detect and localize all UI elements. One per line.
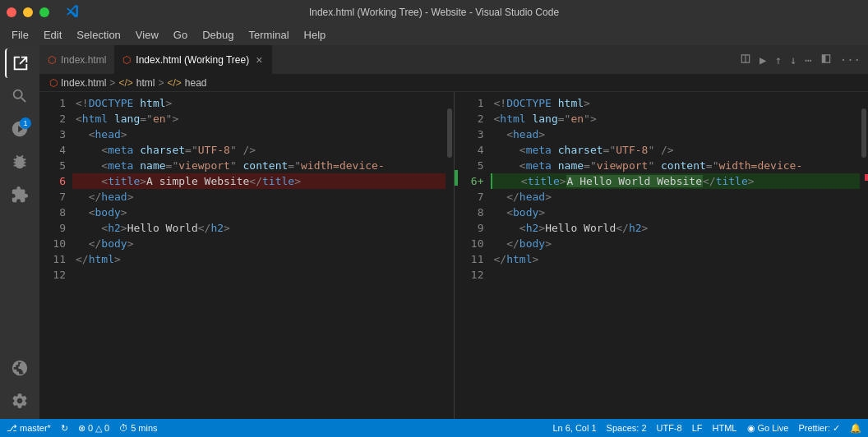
code-line-l11: </html> (72, 251, 446, 267)
menu-bar: File Edit Selection View Go Debug Termin… (0, 25, 868, 45)
activity-search[interactable] (5, 81, 35, 111)
code-line-r6: <title>A Hello World Website</title> (491, 173, 861, 189)
overflow-button[interactable]: ··· (838, 51, 863, 69)
maximize-button[interactable] (39, 7, 49, 17)
left-scrollbar-thumb (447, 108, 452, 158)
code-line-r3: <head> (491, 126, 861, 142)
more-actions-button[interactable]: ⋯ (802, 51, 814, 69)
status-language[interactable]: HTML (713, 423, 737, 434)
line-num-11: 11 (39, 251, 66, 267)
breadcrumb-file[interactable]: ⬡ Index.html (49, 77, 106, 89)
right-editor-pane[interactable]: 1 2 3 4 5 6+ 7 8 9 10 11 12 <!DOCTYPE ht… (454, 92, 869, 419)
tab-close-button[interactable]: × (254, 53, 264, 67)
navigate-down-button[interactable]: ↓ (787, 51, 799, 69)
activity-extensions[interactable] (5, 180, 35, 209)
tab-index-html[interactable]: ⬡ Index.html (39, 45, 114, 74)
html-file-icon: ⬡ (48, 54, 56, 66)
menu-help[interactable]: Help (298, 27, 333, 43)
code-line-l10: </body> (72, 236, 446, 251)
code-line-l9: <h2>Hello World</h2> (72, 220, 446, 236)
code-line-l4: <meta charset="UTF-8" /> (72, 142, 446, 158)
menu-selection[interactable]: Selection (70, 27, 127, 43)
status-eol[interactable]: LF (692, 423, 703, 434)
golive-icon: ◉ (747, 423, 755, 434)
line-num-2: 2 (39, 111, 66, 126)
close-button[interactable] (7, 7, 16, 17)
activity-explorer[interactable] (5, 48, 35, 78)
code-line-r7: </head> (491, 189, 861, 205)
status-golive[interactable]: ◉ Go Live (747, 423, 789, 434)
code-line-r9: <h2>Hello World</h2> (491, 220, 861, 236)
menu-terminal[interactable]: Terminal (242, 27, 295, 43)
code-line-l6: <title>A simple Website</title> (72, 173, 446, 189)
breadcrumb-element-icon-1: </> (118, 77, 132, 89)
right-scrollbar[interactable] (860, 92, 868, 419)
sync-icon: ↻ (61, 423, 68, 434)
right-line-num-6: 6+ (458, 173, 484, 189)
status-bar: ⎇ master* ↻ ⊗ 0 △ 0 ⏱ 5 mins Ln 6, Col 1… (0, 419, 868, 437)
navigate-up-button[interactable]: ↑ (772, 51, 783, 69)
breadcrumb-element-icon-2: </> (167, 77, 181, 89)
status-sync[interactable]: ↻ (61, 423, 68, 434)
code-line-l2: <html lang="en"> (72, 111, 446, 126)
code-line-r10: </body> (491, 236, 861, 251)
menu-file[interactable]: File (5, 27, 35, 43)
code-line-r11: </html> (491, 251, 861, 267)
encoding-text: UTF-8 (657, 423, 682, 433)
breadcrumb-head[interactable]: </> head (167, 77, 206, 89)
split-right-button[interactable] (818, 50, 834, 69)
split-editor-button[interactable] (737, 50, 754, 69)
menu-debug[interactable]: Debug (196, 27, 240, 43)
error-icon: ⊗ (78, 423, 85, 434)
right-line-num-4: 4 (458, 142, 484, 158)
code-line-l3: <head> (72, 126, 446, 142)
left-editor-pane[interactable]: 1 2 3 4 5 6 7 8 9 10 11 12 <!DOCTYPE htm… (39, 92, 454, 419)
tab-working-tree-label: Index.html (Working Tree) (136, 54, 249, 66)
line-num-9: 9 (39, 220, 66, 236)
menu-edit[interactable]: Edit (37, 27, 68, 43)
breadcrumb-html-icon: ⬡ (49, 77, 58, 89)
activity-settings[interactable] (5, 386, 35, 416)
status-branch[interactable]: ⎇ master* (7, 423, 51, 434)
golive-text: Go Live (758, 423, 789, 433)
status-position[interactable]: Ln 6, Col 1 (552, 423, 596, 434)
open-changes-button[interactable]: ▶ (757, 51, 769, 69)
status-notifications[interactable]: 🔔 (850, 423, 861, 434)
line-num-7: 7 (39, 189, 66, 205)
right-line-num-8: 8 (458, 205, 484, 220)
line-num-5: 5 (39, 158, 66, 173)
activity-debug[interactable] (5, 147, 35, 177)
warning-icon: △ (95, 423, 102, 434)
status-prettier[interactable]: Prettier: ✓ (798, 423, 840, 434)
right-scrollbar-thumb (861, 108, 866, 158)
bell-icon: 🔔 (850, 423, 861, 434)
status-spaces[interactable]: Spaces: 2 (607, 423, 647, 434)
activity-source-control[interactable]: 1 (5, 114, 35, 144)
line-num-1: 1 (39, 95, 66, 111)
status-errors[interactable]: ⊗ 0 △ 0 (78, 423, 109, 434)
editor-panes: 1 2 3 4 5 6 7 8 9 10 11 12 <!DOCTYPE htm… (39, 92, 868, 419)
editor-area: ⬡ Index.html ⬡ Index.html (Working Tree)… (39, 45, 868, 419)
status-time[interactable]: ⏱ 5 mins (119, 423, 157, 433)
minimize-button[interactable] (23, 7, 33, 17)
right-line-num-10: 10 (458, 236, 484, 251)
line-num-3: 3 (39, 126, 66, 142)
left-code-content[interactable]: <!DOCTYPE html> <html lang="en"> <head> … (72, 92, 446, 419)
tab-actions: ▶ ↑ ↓ ⋯ ··· (737, 50, 863, 69)
right-line-num-11: 11 (458, 251, 484, 267)
breadcrumb-head-label: head (185, 77, 207, 89)
left-scrollbar[interactable] (446, 92, 454, 419)
left-line-numbers: 1 2 3 4 5 6 7 8 9 10 11 12 (39, 92, 72, 419)
line-num-10: 10 (39, 236, 66, 251)
activity-remote[interactable] (5, 353, 35, 383)
breadcrumb-html[interactable]: </> html (118, 77, 155, 89)
right-code-content[interactable]: <!DOCTYPE html> <html lang="en"> <head> … (491, 92, 861, 419)
code-line-r2: <html lang="en"> (491, 111, 861, 126)
status-encoding[interactable]: UTF-8 (657, 423, 682, 434)
menu-go[interactable]: Go (167, 27, 194, 43)
line-num-8: 8 (39, 205, 66, 220)
menu-view[interactable]: View (129, 27, 165, 43)
code-line-l7: </head> (72, 189, 446, 205)
status-right: Ln 6, Col 1 Spaces: 2 UTF-8 LF HTML ◉ Go… (552, 423, 861, 434)
tab-working-tree[interactable]: ⬡ Index.html (Working Tree) × (114, 45, 272, 74)
